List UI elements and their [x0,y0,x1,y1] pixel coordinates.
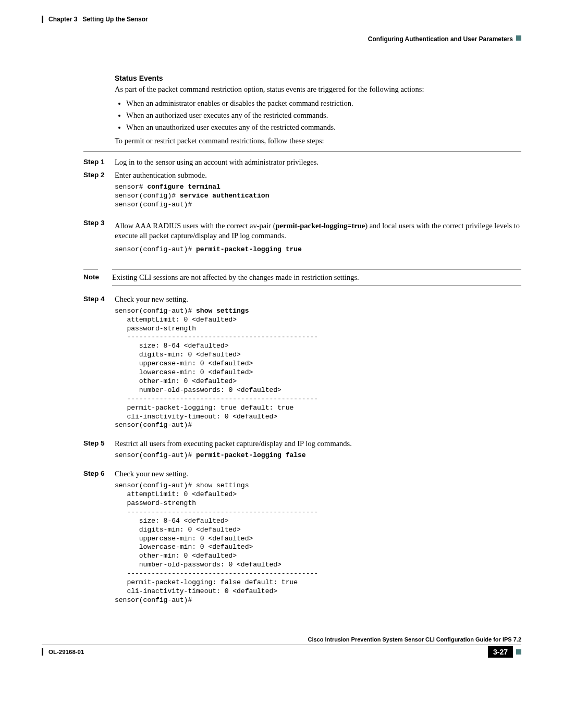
list-item: When an authorized user executes any of … [126,111,521,120]
footer-tick-icon [42,648,43,656]
step-label: Step 2 [83,171,115,215]
step-text: Log in to the sensor using an account wi… [115,158,521,167]
step-2: Step 2 Enter authentication submode. sen… [83,171,521,215]
step-text: Allow AAA RADIUS users with the correct … [115,221,521,241]
chapter-number: Chapter 3 [48,16,77,23]
step-label: Step 3 [83,219,115,260]
chapter-title: Setting Up the Sensor [82,16,148,23]
section-title: Configuring Authentication and User Para… [368,35,513,43]
note-text: Existing CLI sessions are not affected b… [112,273,521,282]
header-tick-icon [42,16,43,23]
footer-doc-id: OL-29168-01 [48,649,84,655]
code-block: sensor(config-aut)# permit-packet-loggin… [115,451,521,460]
header-square-icon [516,35,521,41]
step-text: Check your new setting. [115,470,521,478]
note-block: Note Existing CLI sessions are not affec… [83,269,521,286]
step-4: Step 4 Check your new setting. sensor(co… [83,295,521,435]
lead-paragraph: To permit or restrict packet command res… [115,136,521,146]
note-label: Note [83,273,112,282]
step-text: Restrict all users from executing packet… [115,439,521,448]
step-3: Step 3 Allow AAA RADIUS users with the c… [83,219,521,260]
steps-divider [83,151,521,152]
step-label: Step 6 [83,470,115,610]
page-footer: Cisco Intrusion Prevention System Sensor… [42,636,521,658]
code-block: sensor(config-aut)# permit-packet-loggin… [115,245,521,254]
step-text: Check your new setting. [115,295,521,304]
step-label: Step 5 [83,439,115,465]
step-label: Step 4 [83,295,115,435]
bullet-list: When an administrator enables or disable… [115,99,521,132]
code-block: sensor(config-aut)# show settings attemp… [115,307,521,430]
code-block: sensor(config-aut)# show settings attemp… [115,482,521,604]
code-block: sensor# configure terminal sensor(config… [115,183,521,209]
page-header: Chapter 3 Setting Up the Sensor [42,16,521,23]
footer-square-icon [516,649,521,655]
list-item: When an administrator enables or disable… [126,99,521,108]
step-label: Step 1 [83,158,115,167]
step-text: Enter authentication submode. [115,171,521,180]
step-5: Step 5 Restrict all users from executing… [83,439,521,465]
section-heading: Status Events [115,74,521,82]
list-item: When an unauthorized user executes any o… [126,123,521,132]
page-number-badge: 3-27 [488,646,513,658]
step-6: Step 6 Check your new setting. sensor(co… [83,470,521,610]
step-1: Step 1 Log in to the sensor using an acc… [83,158,521,167]
intro-paragraph: As part of the packet command restrictio… [115,84,521,95]
footer-doc-title: Cisco Intrusion Prevention System Sensor… [42,636,521,643]
